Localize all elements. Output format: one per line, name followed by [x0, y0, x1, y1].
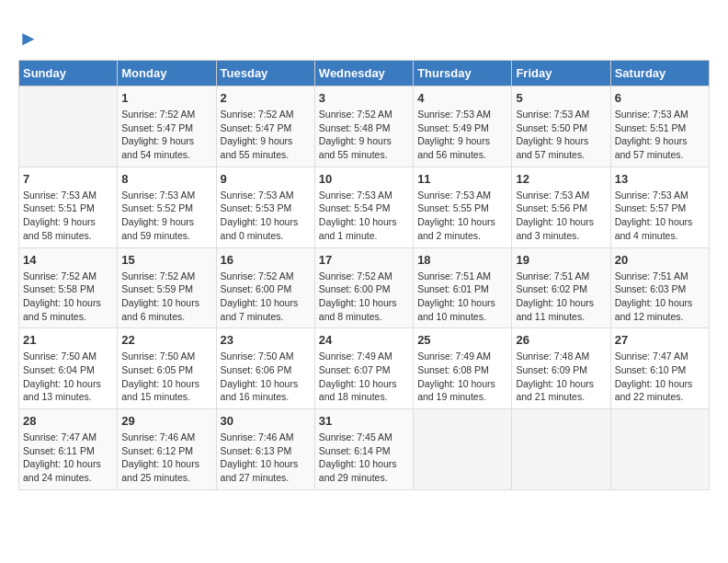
day-number: 18 [417, 253, 507, 267]
day-number: 2 [221, 91, 311, 105]
calendar-cell: 5Sunrise: 7:53 AMSunset: 5:50 PMDaylight… [512, 86, 610, 167]
day-number: 21 [23, 333, 113, 347]
day-number: 4 [417, 91, 507, 105]
day-info: Sunrise: 7:52 AMSunset: 5:47 PMDaylight:… [221, 108, 311, 162]
calendar-week-row: 1Sunrise: 7:52 AMSunset: 5:47 PMDaylight… [19, 86, 710, 167]
column-header-thursday: Thursday [414, 61, 512, 86]
logo-bird-icon: ► [18, 27, 39, 51]
column-header-saturday: Saturday [610, 61, 709, 86]
calendar-cell: 7Sunrise: 7:53 AMSunset: 5:51 PMDaylight… [19, 167, 118, 247]
day-number: 11 [417, 172, 507, 186]
calendar-cell: 31Sunrise: 7:45 AMSunset: 6:14 PMDayligh… [314, 409, 413, 490]
day-number: 19 [516, 253, 606, 267]
day-number: 26 [516, 333, 606, 347]
day-info: Sunrise: 7:53 AMSunset: 5:53 PMDaylight:… [221, 189, 311, 243]
day-number: 7 [23, 172, 113, 186]
day-number: 15 [121, 253, 211, 267]
day-info: Sunrise: 7:52 AMSunset: 5:58 PMDaylight:… [23, 270, 113, 324]
day-number: 16 [221, 253, 311, 267]
day-info: Sunrise: 7:52 AMSunset: 5:48 PMDaylight:… [319, 108, 409, 162]
day-info: Sunrise: 7:53 AMSunset: 5:52 PMDaylight:… [121, 189, 211, 243]
calendar-cell: 26Sunrise: 7:48 AMSunset: 6:09 PMDayligh… [512, 328, 610, 409]
column-header-tuesday: Tuesday [216, 61, 314, 86]
day-number: 1 [121, 91, 211, 105]
day-number: 31 [319, 414, 409, 428]
day-number: 30 [221, 414, 311, 428]
calendar-cell: 21Sunrise: 7:50 AMSunset: 6:04 PMDayligh… [19, 328, 118, 409]
calendar-cell: 20Sunrise: 7:51 AMSunset: 6:03 PMDayligh… [610, 247, 709, 328]
day-info: Sunrise: 7:52 AMSunset: 5:47 PMDaylight:… [121, 108, 211, 162]
calendar-week-row: 14Sunrise: 7:52 AMSunset: 5:58 PMDayligh… [19, 247, 710, 328]
day-number: 27 [615, 333, 705, 347]
day-number: 28 [23, 414, 113, 428]
day-info: Sunrise: 7:52 AMSunset: 6:00 PMDaylight:… [319, 270, 409, 324]
day-info: Sunrise: 7:46 AMSunset: 6:12 PMDaylight:… [121, 431, 211, 485]
calendar-week-row: 21Sunrise: 7:50 AMSunset: 6:04 PMDayligh… [19, 328, 710, 409]
calendar-cell: 6Sunrise: 7:53 AMSunset: 5:51 PMDaylight… [610, 86, 709, 167]
day-number: 17 [319, 253, 409, 267]
day-number: 25 [417, 333, 507, 347]
day-info: Sunrise: 7:47 AMSunset: 6:10 PMDaylight:… [615, 350, 705, 404]
calendar-week-row: 28Sunrise: 7:47 AMSunset: 6:11 PMDayligh… [19, 409, 710, 490]
day-info: Sunrise: 7:53 AMSunset: 5:49 PMDaylight:… [417, 108, 507, 162]
day-info: Sunrise: 7:46 AMSunset: 6:13 PMDaylight:… [221, 431, 311, 485]
page-header: ► [18, 22, 710, 51]
column-header-sunday: Sunday [19, 61, 118, 86]
day-info: Sunrise: 7:53 AMSunset: 5:57 PMDaylight:… [615, 189, 705, 243]
calendar-cell: 9Sunrise: 7:53 AMSunset: 5:53 PMDaylight… [216, 167, 314, 247]
calendar-cell: 4Sunrise: 7:53 AMSunset: 5:49 PMDaylight… [414, 86, 512, 167]
calendar-week-row: 7Sunrise: 7:53 AMSunset: 5:51 PMDaylight… [19, 167, 710, 247]
day-number: 23 [221, 333, 311, 347]
day-number: 20 [615, 253, 705, 267]
column-header-wednesday: Wednesday [314, 61, 413, 86]
calendar-cell: 1Sunrise: 7:52 AMSunset: 5:47 PMDaylight… [118, 86, 216, 167]
calendar-cell: 30Sunrise: 7:46 AMSunset: 6:13 PMDayligh… [216, 409, 314, 490]
day-info: Sunrise: 7:47 AMSunset: 6:11 PMDaylight:… [23, 431, 113, 485]
day-info: Sunrise: 7:48 AMSunset: 6:09 PMDaylight:… [516, 350, 606, 404]
column-header-monday: Monday [118, 61, 216, 86]
day-info: Sunrise: 7:50 AMSunset: 6:06 PMDaylight:… [221, 350, 311, 404]
day-info: Sunrise: 7:53 AMSunset: 5:51 PMDaylight:… [23, 189, 113, 243]
day-info: Sunrise: 7:50 AMSunset: 6:05 PMDaylight:… [121, 350, 211, 404]
day-info: Sunrise: 7:53 AMSunset: 5:54 PMDaylight:… [319, 189, 409, 243]
day-number: 12 [516, 172, 606, 186]
day-number: 10 [319, 172, 409, 186]
calendar-cell: 3Sunrise: 7:52 AMSunset: 5:48 PMDaylight… [314, 86, 413, 167]
day-info: Sunrise: 7:52 AMSunset: 6:00 PMDaylight:… [221, 270, 311, 324]
calendar-cell: 2Sunrise: 7:52 AMSunset: 5:47 PMDaylight… [216, 86, 314, 167]
calendar-cell: 19Sunrise: 7:51 AMSunset: 6:02 PMDayligh… [512, 247, 610, 328]
day-info: Sunrise: 7:49 AMSunset: 6:07 PMDaylight:… [319, 350, 409, 404]
calendar-table: SundayMondayTuesdayWednesdayThursdayFrid… [18, 60, 710, 490]
day-info: Sunrise: 7:49 AMSunset: 6:08 PMDaylight:… [417, 350, 507, 404]
day-number: 9 [221, 172, 311, 186]
calendar-cell: 12Sunrise: 7:53 AMSunset: 5:56 PMDayligh… [512, 167, 610, 247]
day-number: 3 [319, 91, 409, 105]
calendar-cell [19, 86, 118, 167]
day-info: Sunrise: 7:45 AMSunset: 6:14 PMDaylight:… [319, 431, 409, 485]
day-info: Sunrise: 7:53 AMSunset: 5:55 PMDaylight:… [417, 189, 507, 243]
day-number: 29 [121, 414, 211, 428]
day-number: 6 [615, 91, 705, 105]
calendar-cell: 16Sunrise: 7:52 AMSunset: 6:00 PMDayligh… [216, 247, 314, 328]
calendar-cell: 25Sunrise: 7:49 AMSunset: 6:08 PMDayligh… [414, 328, 512, 409]
calendar-cell: 28Sunrise: 7:47 AMSunset: 6:11 PMDayligh… [19, 409, 118, 490]
calendar-cell: 18Sunrise: 7:51 AMSunset: 6:01 PMDayligh… [414, 247, 512, 328]
day-number: 8 [121, 172, 211, 186]
calendar-cell: 17Sunrise: 7:52 AMSunset: 6:00 PMDayligh… [314, 247, 413, 328]
day-number: 13 [615, 172, 705, 186]
calendar-cell: 15Sunrise: 7:52 AMSunset: 5:59 PMDayligh… [118, 247, 216, 328]
day-info: Sunrise: 7:52 AMSunset: 5:59 PMDaylight:… [121, 270, 211, 324]
day-info: Sunrise: 7:51 AMSunset: 6:01 PMDaylight:… [417, 270, 507, 324]
day-info: Sunrise: 7:50 AMSunset: 6:04 PMDaylight:… [23, 350, 113, 404]
day-number: 22 [121, 333, 211, 347]
calendar-cell: 27Sunrise: 7:47 AMSunset: 6:10 PMDayligh… [610, 328, 709, 409]
calendar-cell: 14Sunrise: 7:52 AMSunset: 5:58 PMDayligh… [19, 247, 118, 328]
calendar-cell [512, 409, 610, 490]
calendar-cell: 13Sunrise: 7:53 AMSunset: 5:57 PMDayligh… [610, 167, 709, 247]
day-info: Sunrise: 7:53 AMSunset: 5:56 PMDaylight:… [516, 189, 606, 243]
column-header-friday: Friday [512, 61, 610, 86]
calendar-cell: 29Sunrise: 7:46 AMSunset: 6:12 PMDayligh… [118, 409, 216, 490]
logo: ► [18, 27, 39, 51]
day-info: Sunrise: 7:53 AMSunset: 5:50 PMDaylight:… [516, 108, 606, 162]
day-number: 24 [319, 333, 409, 347]
